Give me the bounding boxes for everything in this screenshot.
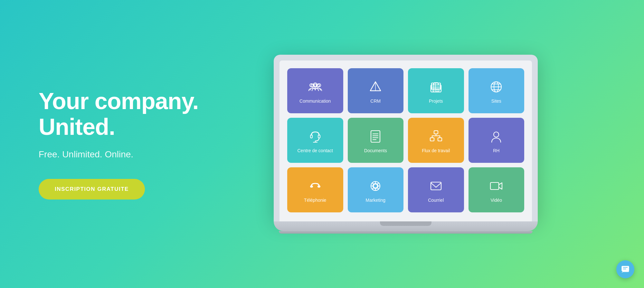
- laptop-base-bottom: [279, 231, 532, 234]
- laptop-screen-outer: Communication CRM: [274, 55, 538, 221]
- communication-icon: [308, 79, 323, 95]
- hero-subtitle: Free. Unlimited. Online.: [39, 149, 200, 160]
- sites-icon: [488, 79, 504, 95]
- hero-title: Your company. United.: [39, 88, 200, 139]
- tile-telephonie[interactable]: Téléphonie: [287, 167, 343, 212]
- tile-crm-label: CRM: [370, 98, 381, 104]
- tile-sites[interactable]: Sites: [469, 68, 525, 113]
- svg-rect-37: [430, 138, 434, 141]
- tile-communication-label: Communication: [299, 98, 331, 104]
- tile-rh-label: RH: [493, 148, 499, 153]
- telephonie-icon: [308, 178, 323, 194]
- tile-telephonie-label: Téléphonie: [304, 198, 326, 203]
- tile-documents-label: Documents: [364, 148, 387, 153]
- rh-icon: [488, 129, 504, 144]
- laptop-screen-inner: Communication CRM: [279, 60, 532, 221]
- tile-projets[interactable]: Projets: [408, 68, 464, 113]
- crm-icon: [368, 79, 383, 95]
- hero-right: Communication CRM: [200, 55, 612, 234]
- courriel-icon: [428, 178, 444, 194]
- contact-icon: [308, 129, 323, 144]
- laptop-base: [274, 221, 538, 231]
- svg-rect-15: [435, 90, 439, 91]
- tile-marketing-label: Marketing: [366, 198, 385, 203]
- tile-rh[interactable]: RH: [469, 118, 525, 163]
- video-icon: [488, 178, 504, 194]
- tile-video[interactable]: Vidéo: [469, 167, 525, 212]
- svg-rect-50: [490, 182, 499, 190]
- marketing-icon: [368, 178, 383, 194]
- svg-rect-38: [438, 138, 442, 141]
- tile-sites-label: Sites: [491, 98, 501, 104]
- tile-documents[interactable]: Documents: [348, 118, 404, 163]
- tile-communication[interactable]: Communication: [287, 68, 343, 113]
- svg-point-39: [494, 132, 499, 137]
- tile-projets-label: Projets: [429, 98, 443, 104]
- tile-courriel-label: Courriel: [428, 198, 444, 203]
- hero-section: Your company. United. Free. Unlimited. O…: [0, 0, 644, 288]
- tile-flux[interactable]: Flux de travail: [408, 118, 464, 163]
- svg-rect-49: [431, 182, 441, 190]
- svg-rect-32: [434, 131, 438, 134]
- hero-left: Your company. United. Free. Unlimited. O…: [39, 88, 200, 199]
- cta-button[interactable]: INSCRIPTION GRATUITE: [39, 179, 145, 200]
- tile-courriel[interactable]: Courriel: [408, 167, 464, 212]
- svg-point-48: [374, 184, 377, 188]
- documents-icon: [368, 129, 383, 144]
- app-grid: Communication CRM: [287, 68, 524, 212]
- flux-icon: [428, 129, 444, 144]
- tile-contact[interactable]: Centre de contact: [287, 118, 343, 163]
- projets-icon: [428, 79, 444, 95]
- svg-rect-27: [371, 131, 380, 142]
- svg-rect-14: [433, 90, 434, 91]
- laptop: Communication CRM: [274, 55, 538, 234]
- svg-rect-40: [310, 186, 313, 187]
- tile-crm[interactable]: CRM: [348, 68, 404, 113]
- chat-bubble[interactable]: [616, 260, 634, 278]
- chat-icon: [621, 265, 630, 274]
- svg-rect-41: [318, 186, 320, 187]
- tile-contact-label: Centre de contact: [297, 148, 333, 153]
- tile-marketing[interactable]: Marketing: [348, 167, 404, 212]
- tile-video-label: Vidéo: [490, 198, 502, 203]
- svg-rect-51: [621, 266, 629, 271]
- tile-flux-label: Flux de travail: [422, 148, 450, 153]
